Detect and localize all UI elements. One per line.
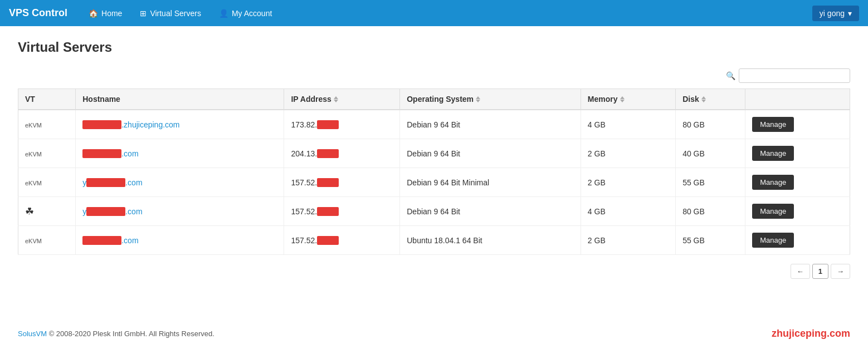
hostname-redacted	[82, 149, 121, 158]
hostname-link[interactable]: y .com	[82, 178, 142, 187]
vt-type-label: eKVM	[25, 122, 42, 129]
table-header: VT Hostname IP Address Ope	[18, 89, 850, 110]
ip-redacted	[317, 178, 339, 187]
ip-redacted	[317, 207, 339, 216]
hostname-prefix: y	[82, 207, 86, 216]
footer-copyright: © 2008-2020 Plesk Intl GmbH. All Rights …	[47, 330, 214, 338]
cell-hostname-4: .com	[76, 226, 284, 255]
ip-redacted	[317, 236, 339, 245]
table-row: eKVMy .com157.52. Debian 9 64 Bit Minima…	[18, 168, 850, 197]
cell-vt-3: ☘	[18, 197, 76, 226]
cell-memory-4: 2 GB	[581, 226, 675, 255]
col-os-label: Operating System	[407, 95, 474, 104]
cell-action-2: Manage	[745, 168, 850, 197]
hostname-suffix: .com	[121, 149, 138, 158]
ip-prefix: 157.52.	[291, 178, 317, 187]
cell-ip-0: 173.82.	[284, 110, 400, 139]
home-icon: 🏠	[89, 9, 98, 18]
ip-redacted	[317, 120, 339, 129]
servers-table-wrap: VT Hostname IP Address Ope	[18, 88, 850, 255]
manage-button[interactable]: Manage	[752, 146, 794, 161]
cell-action-3: Manage	[745, 197, 850, 226]
navbar-brand[interactable]: VPS Control	[9, 7, 67, 19]
cell-memory-1: 2 GB	[581, 139, 675, 168]
cell-vt-0: eKVM	[18, 110, 76, 139]
pagination: ← 1 →	[18, 264, 850, 279]
col-actions	[745, 89, 850, 110]
manage-button[interactable]: Manage	[752, 175, 794, 190]
cell-os-3: Debian 9 64 Bit	[400, 197, 581, 226]
table-row: eKVM .com204.13. Debian 9 64 Bit2 GB40 G…	[18, 139, 850, 168]
manage-button[interactable]: Manage	[752, 233, 794, 248]
pagination-prev[interactable]: ←	[791, 264, 810, 279]
manage-button[interactable]: Manage	[752, 117, 794, 132]
cell-vt-2: eKVM	[18, 168, 76, 197]
cell-ip-3: 157.52.	[284, 197, 400, 226]
user-icon: 👤	[219, 9, 228, 18]
main-content: Virtual Servers 🔍 VT Hostname IP Address	[0, 26, 868, 292]
cell-hostname-3: y .com	[76, 197, 284, 226]
user-menu-button[interactable]: yi gong ▾	[812, 6, 859, 21]
col-os: Operating System	[400, 89, 581, 110]
navbar-link-vs-label: Virtual Servers	[150, 9, 201, 18]
footer: SolusVM © 2008-2020 Plesk Intl GmbH. All…	[0, 314, 868, 353]
cell-os-1: Debian 9 64 Bit	[400, 139, 581, 168]
cell-ip-2: 157.52.	[284, 168, 400, 197]
hostname-suffix: .com	[125, 178, 142, 187]
cell-memory-0: 4 GB	[581, 110, 675, 139]
table-body: eKVM .zhujiceping.com173.82. Debian 9 64…	[18, 110, 850, 255]
ip-prefix: 157.52.	[291, 236, 317, 245]
table-row: eKVM .zhujiceping.com173.82. Debian 9 64…	[18, 110, 850, 139]
cell-ip-1: 204.13.	[284, 139, 400, 168]
page-title: Virtual Servers	[18, 40, 850, 55]
triquetra-icon: ☘	[25, 206, 34, 217]
cell-vt-1: eKVM	[18, 139, 76, 168]
col-ip: IP Address	[284, 89, 400, 110]
cell-vt-4: eKVM	[18, 226, 76, 255]
search-bar: 🔍	[18, 68, 850, 83]
vt-type-label: eKVM	[25, 180, 42, 186]
hostname-prefix: y	[82, 178, 86, 187]
cell-hostname-0: .zhujiceping.com	[76, 110, 284, 139]
navbar-link-my-account[interactable]: 👤 My Account	[211, 4, 280, 22]
cell-os-4: Ubuntu 18.04.1 64 Bit	[400, 226, 581, 255]
hostname-link[interactable]: .zhujiceping.com	[82, 120, 179, 129]
manage-button[interactable]: Manage	[752, 204, 794, 219]
cell-action-4: Manage	[745, 226, 850, 255]
col-ip-label: IP Address	[291, 95, 331, 104]
cell-disk-2: 55 GB	[676, 168, 745, 197]
cell-hostname-2: y .com	[76, 168, 284, 197]
pagination-next[interactable]: →	[831, 264, 850, 279]
grid-icon: ⊞	[140, 9, 147, 18]
cell-disk-3: 80 GB	[676, 197, 745, 226]
navbar-link-virtual-servers[interactable]: ⊞ Virtual Servers	[132, 4, 209, 22]
hostname-suffix: .zhujiceping.com	[121, 120, 179, 129]
sort-icon-disk	[701, 96, 706, 102]
sort-icon-memory	[620, 96, 625, 102]
hostname-link[interactable]: .com	[82, 149, 138, 158]
cell-ip-4: 157.52.	[284, 226, 400, 255]
navbar-link-home-label: Home	[101, 9, 122, 18]
solusvm-link[interactable]: SolusVM	[18, 330, 47, 338]
hostname-suffix: .com	[125, 207, 142, 216]
hostname-redacted	[86, 207, 125, 216]
hostname-link[interactable]: y .com	[82, 207, 142, 216]
navbar-link-home[interactable]: 🏠 Home	[81, 4, 130, 22]
username-label: yi gong	[820, 9, 845, 18]
hostname-link[interactable]: .com	[82, 236, 138, 245]
navbar: VPS Control 🏠 Home ⊞ Virtual Servers 👤 M…	[0, 0, 868, 26]
navbar-link-account-label: My Account	[232, 9, 272, 18]
footer-left: SolusVM © 2008-2020 Plesk Intl GmbH. All…	[18, 330, 214, 338]
cell-disk-1: 40 GB	[676, 139, 745, 168]
hostname-redacted	[86, 178, 125, 187]
cell-disk-4: 55 GB	[676, 226, 745, 255]
col-memory: Memory	[581, 89, 675, 110]
cell-memory-2: 2 GB	[581, 168, 675, 197]
pagination-current[interactable]: 1	[812, 264, 828, 279]
caret-down-icon: ▾	[848, 9, 852, 18]
search-input[interactable]	[739, 68, 850, 83]
hostname-redacted	[82, 236, 121, 245]
cell-action-0: Manage	[745, 110, 850, 139]
col-disk: Disk	[676, 89, 745, 110]
cell-action-1: Manage	[745, 139, 850, 168]
